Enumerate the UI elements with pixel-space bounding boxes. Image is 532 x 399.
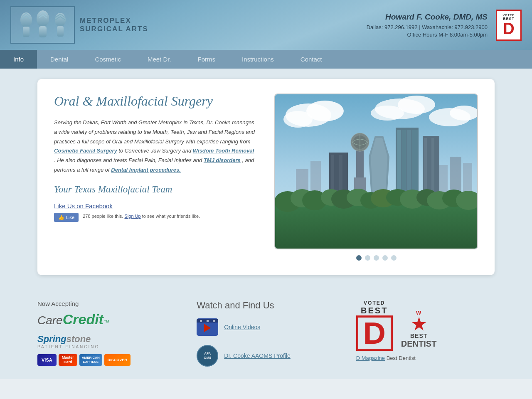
film-strip-icon bbox=[197, 319, 218, 323]
nav-cosmetic[interactable]: Cosmetic bbox=[81, 50, 134, 69]
nav-forms[interactable]: Forms bbox=[185, 50, 229, 69]
visa-card: VISA bbox=[37, 354, 57, 366]
svg-rect-1 bbox=[23, 27, 30, 37]
best-text: BEST bbox=[361, 306, 388, 315]
dot-1[interactable] bbox=[356, 255, 362, 261]
dot-4[interactable] bbox=[382, 255, 388, 261]
slide-container bbox=[274, 94, 478, 249]
phone-waxahachie: Waxahachie: 972.923.2900 bbox=[422, 24, 488, 30]
video-icon bbox=[197, 318, 218, 336]
tagline: Your Texas Maxillofacial Team bbox=[54, 184, 256, 195]
credit-tm: ™ bbox=[103, 319, 109, 325]
tmj-link[interactable]: TMJ disorders bbox=[204, 157, 241, 163]
payment-cards: VISA MasterCard AMERICANEXPRESS DISCOVER bbox=[37, 354, 176, 366]
fb-likes-count: 278 people like this. bbox=[83, 214, 123, 219]
aaoms-text: AFAOMS bbox=[204, 352, 211, 360]
best-dentist-logo: W ★ BEST DENTIST bbox=[401, 310, 437, 349]
payment-col: Now Accepting Care Credit ™ Spring stone… bbox=[37, 300, 176, 366]
nav-info[interactable]: Info bbox=[0, 50, 37, 69]
aaoms-item: AFAOMS Dr. Cooke AAOMS Profile bbox=[197, 345, 335, 367]
left-content: Oral & Maxillofacial Surgery Serving the… bbox=[54, 94, 256, 222]
d-magazine-link[interactable]: D Magazine bbox=[356, 355, 385, 361]
header: METROPLEX SURGICAL ARTS Howard F. Cooke,… bbox=[0, 0, 532, 50]
mastercard: MasterCard bbox=[59, 354, 77, 366]
stone-text: stone bbox=[66, 334, 91, 345]
voted-text: VOTED bbox=[364, 300, 385, 306]
watch-col: Watch and Find Us Online Videos AFAOMS bbox=[197, 300, 335, 367]
w-star-icon: W ★ bbox=[411, 310, 427, 333]
logo-box bbox=[10, 6, 75, 44]
header-right: Howard F. Cooke, DMD, MS Dallas: 972.296… bbox=[367, 10, 522, 41]
online-videos-link[interactable]: Online Videos bbox=[224, 324, 260, 330]
main-wrapper: Oral & Maxillofacial Surgery Serving the… bbox=[0, 69, 532, 286]
dallas-skyline bbox=[275, 94, 478, 249]
contact-info: Howard F. Cooke, DMD, MS Dallas: 972.296… bbox=[367, 12, 488, 38]
springstone-logo: Spring stone PATIENT FINANCING bbox=[37, 334, 176, 349]
slide-dots bbox=[274, 255, 478, 261]
office-hours: Office Hours M-F 8:00am-5:00pm bbox=[367, 32, 488, 38]
svg-point-0 bbox=[20, 12, 32, 27]
spring-text: Spring bbox=[37, 334, 66, 345]
phone-dallas: Dallas: 972.296.1992 bbox=[367, 24, 418, 30]
footer-inner: Now Accepting Care Credit ™ Spring stone… bbox=[37, 300, 495, 367]
svg-point-4 bbox=[55, 13, 66, 27]
page-description: Serving the Dallas, Fort Worth and Great… bbox=[54, 118, 256, 175]
doctor-name: Howard F. Cooke, DMD, MS bbox=[367, 12, 488, 22]
now-accepting-label: Now Accepting bbox=[37, 300, 176, 307]
play-icon bbox=[204, 324, 211, 332]
star-icon: ★ bbox=[411, 316, 427, 333]
thumbs-up-icon: 👍 bbox=[58, 214, 64, 220]
content-inner: Oral & Maxillofacial Surgery Serving the… bbox=[54, 94, 478, 261]
site-name: METROPLEX SURGICAL ARTS bbox=[80, 17, 148, 33]
svg-point-9 bbox=[283, 111, 313, 128]
watch-title: Watch and Find Us bbox=[197, 300, 335, 311]
svg-point-14 bbox=[450, 106, 478, 121]
wisdom-tooth-link[interactable]: Wisdom Tooth Removal bbox=[193, 148, 254, 154]
content-card: Oral & Maxillofacial Surgery Serving the… bbox=[37, 79, 495, 275]
voted-best-badge: VOTED BEST D bbox=[496, 10, 522, 41]
desc-mid2: . He also diagnoses and treats Facial Pa… bbox=[54, 157, 204, 163]
d-magazine-caption: D Magazine Best Dentist bbox=[356, 355, 495, 361]
implant-link[interactable]: Dental Implant procedures. bbox=[111, 167, 181, 173]
care-text: Care bbox=[37, 314, 63, 327]
cosmetic-facial-link[interactable]: Cosmetic Facial Surgery bbox=[54, 148, 117, 154]
dot-5[interactable] bbox=[391, 255, 397, 261]
site-name-line2: SURGICAL ARTS bbox=[80, 25, 148, 33]
amex-card: AMERICANEXPRESS bbox=[79, 354, 102, 366]
site-name-line1: METROPLEX bbox=[80, 17, 148, 25]
voted-d-logo: VOTED BEST D bbox=[356, 300, 393, 351]
facebook-widget: 👍 Like 278 people like this. Sign Up to … bbox=[54, 213, 256, 222]
svg-rect-3 bbox=[39, 26, 47, 37]
nav-dental[interactable]: Dental bbox=[37, 50, 81, 69]
best-dentist-text: BEST bbox=[410, 332, 427, 339]
voted-col: VOTED BEST D W ★ BEST DENTIST D Magazine bbox=[356, 300, 495, 361]
fb-signup-link[interactable]: Sign Up bbox=[124, 214, 140, 219]
fb-like-info: 278 people like this. Sign Up to see wha… bbox=[83, 213, 200, 220]
navigation: Info Dental Cosmetic Meet Dr. Forms Inst… bbox=[0, 50, 532, 69]
aaoms-profile-link[interactable]: Dr. Cooke AAOMS Profile bbox=[224, 352, 291, 359]
page-title: Oral & Maxillofacial Surgery bbox=[54, 94, 256, 109]
logo-icon bbox=[14, 8, 72, 42]
desc-intro: Serving the Dallas, Fort Worth and Great… bbox=[54, 119, 255, 145]
dot-3[interactable] bbox=[374, 255, 379, 261]
phone-line: Dallas: 972.296.1992 | Waxahachie: 972.9… bbox=[367, 24, 488, 30]
facebook-title[interactable]: Like Us on Facebook bbox=[54, 202, 256, 209]
nav-instructions[interactable]: Instructions bbox=[229, 50, 287, 69]
logo-area: METROPLEX SURGICAL ARTS bbox=[10, 6, 148, 44]
fb-like-button[interactable]: 👍 Like bbox=[54, 213, 79, 222]
facebook-section: Like Us on Facebook 👍 Like 278 people li… bbox=[54, 202, 256, 222]
svg-rect-5 bbox=[57, 26, 64, 37]
discover-card: DISCOVER bbox=[104, 354, 131, 366]
nav-contact[interactable]: Contact bbox=[287, 50, 335, 69]
voted-logos: VOTED BEST D W ★ BEST DENTIST bbox=[356, 300, 495, 351]
best-dentist-caption-text: Best Dentist bbox=[387, 355, 416, 361]
svg-rect-44 bbox=[275, 202, 478, 249]
nav-meet-dr[interactable]: Meet Dr. bbox=[134, 50, 185, 69]
desc-mid1: to Corrective Jaw Surgery and bbox=[118, 148, 192, 154]
aaoms-icon: AFAOMS bbox=[197, 345, 218, 367]
slideshow-area bbox=[274, 94, 478, 261]
dot-2[interactable] bbox=[365, 255, 370, 261]
dentist-text: DENTIST bbox=[401, 339, 437, 349]
videos-item: Online Videos bbox=[197, 318, 335, 336]
fb-like-suffix: to see what your friends like. bbox=[142, 214, 200, 219]
